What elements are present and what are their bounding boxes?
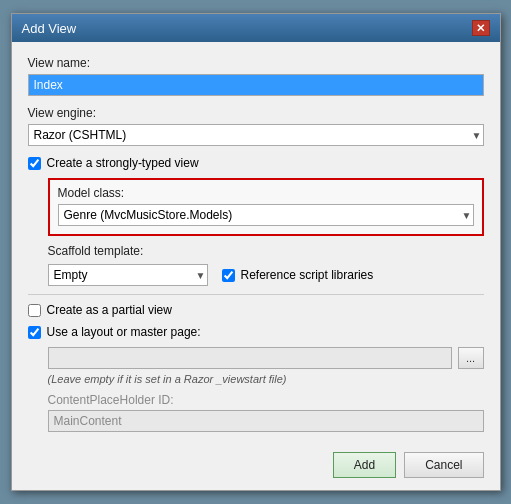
model-class-select[interactable]: Genre (MvcMusicStore.Models) xyxy=(58,204,474,226)
dialog-title: Add View xyxy=(22,21,77,36)
reference-scripts-label[interactable]: Reference script libraries xyxy=(241,268,374,282)
partial-view-checkbox[interactable] xyxy=(28,304,41,317)
add-view-dialog: Add View ✕ View name: View engine: Razor… xyxy=(11,13,501,491)
separator xyxy=(28,294,484,295)
view-name-input[interactable] xyxy=(28,74,484,96)
view-engine-label: View engine: xyxy=(28,106,484,120)
partial-view-label[interactable]: Create as a partial view xyxy=(47,303,172,317)
button-row: Add Cancel xyxy=(28,444,484,478)
layout-page-row: Use a layout or master page: xyxy=(28,325,484,339)
partial-view-row: Create as a partial view xyxy=(28,303,484,317)
strongly-typed-label[interactable]: Create a strongly-typed view xyxy=(47,156,199,170)
title-bar: Add View ✕ xyxy=(12,14,500,42)
scaffold-template-select[interactable]: Empty Create Delete Details Edit List xyxy=(48,264,208,286)
view-name-row: View name: xyxy=(28,56,484,96)
cancel-button[interactable]: Cancel xyxy=(404,452,483,478)
layout-page-checkbox[interactable] xyxy=(28,326,41,339)
content-placeholder-input xyxy=(48,410,484,432)
view-engine-row: View engine: Razor (CSHTML) ASPX ▼ xyxy=(28,106,484,146)
layout-input-row: ... xyxy=(48,347,484,369)
hint-text: (Leave empty if it is set in a Razor _vi… xyxy=(48,373,484,385)
layout-page-label[interactable]: Use a layout or master page: xyxy=(47,325,201,339)
view-engine-select-wrapper: Razor (CSHTML) ASPX ▼ xyxy=(28,124,484,146)
scaffold-template-label: Scaffold template: xyxy=(48,244,484,258)
layout-page-section: ... (Leave empty if it is set in a Razor… xyxy=(48,347,484,432)
model-class-label: Model class: xyxy=(58,186,474,200)
view-engine-select[interactable]: Razor (CSHTML) ASPX xyxy=(28,124,484,146)
add-button[interactable]: Add xyxy=(333,452,396,478)
scaffold-select-wrapper: Empty Create Delete Details Edit List ▼ xyxy=(48,264,208,286)
model-class-section: Model class: Genre (MvcMusicStore.Models… xyxy=(48,178,484,286)
browse-button[interactable]: ... xyxy=(458,347,484,369)
model-class-box: Model class: Genre (MvcMusicStore.Models… xyxy=(48,178,484,236)
view-name-label: View name: xyxy=(28,56,484,70)
reference-scripts-checkbox[interactable] xyxy=(222,269,235,282)
strongly-typed-checkbox[interactable] xyxy=(28,157,41,170)
model-class-select-wrapper: Genre (MvcMusicStore.Models) ▼ xyxy=(58,204,474,226)
dialog-body: View name: View engine: Razor (CSHTML) A… xyxy=(12,42,500,490)
close-button[interactable]: ✕ xyxy=(472,20,490,36)
layout-path-input[interactable] xyxy=(48,347,452,369)
strongly-typed-row: Create a strongly-typed view xyxy=(28,156,484,170)
content-placeholder-label: ContentPlaceHolder ID: xyxy=(48,393,484,407)
ref-scripts-row: Reference script libraries xyxy=(222,268,374,282)
scaffold-row: Empty Create Delete Details Edit List ▼ … xyxy=(48,264,484,286)
